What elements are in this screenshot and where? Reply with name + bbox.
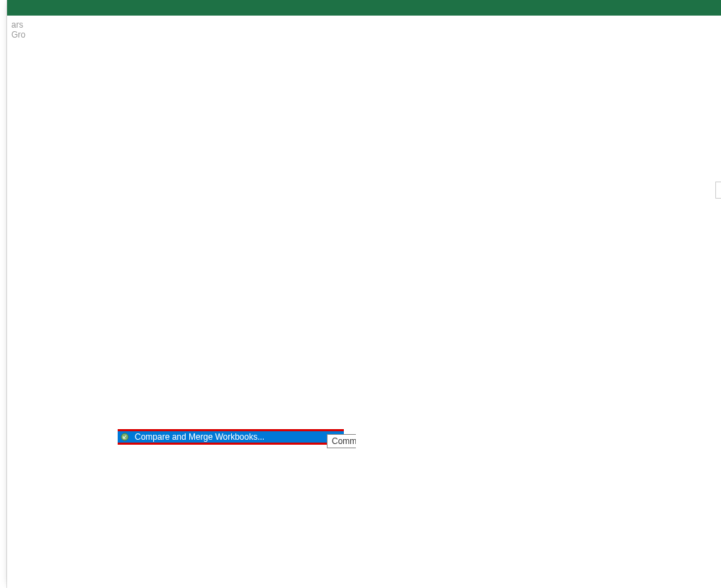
merge-icon [119,431,130,443]
tooltip: Commands Not in the Ribbon | Comma (Comm… [327,434,357,448]
command-item[interactable]: Compare and Merge Workbooks... [118,431,344,443]
selected-command-frame: Compare and Merge Workbooks... [118,429,344,445]
command-label: Compare and Merge Workbooks... [135,432,331,442]
bg-text: Gro [11,30,717,40]
bg-text: ars [11,20,717,30]
bg-button-fragment [715,182,721,199]
